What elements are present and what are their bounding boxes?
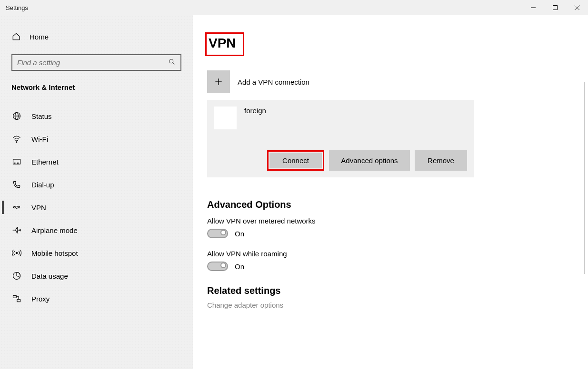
scrollbar[interactable] — [584, 82, 585, 274]
connect-highlight: Connect — [267, 150, 324, 171]
sidebar-section-title: Network & Internet — [11, 83, 181, 91]
sidebar-home[interactable]: Home — [11, 29, 181, 44]
sidebar-item-label: Mobile hotspot — [31, 249, 78, 257]
airplane-icon — [11, 225, 22, 235]
minimize-button[interactable] — [522, 0, 544, 15]
main-content: VPN Add a VPN connection foreign Connect — [193, 15, 588, 369]
sidebar-item-hotspot[interactable]: Mobile hotspot — [0, 242, 193, 264]
svg-rect-20 — [17, 300, 20, 302]
sidebar-item-dialup[interactable]: Dial-up — [0, 173, 193, 196]
maximize-button[interactable] — [544, 0, 566, 15]
svg-point-9 — [16, 142, 17, 143]
search-box[interactable] — [11, 54, 181, 71]
wifi-icon — [11, 134, 22, 144]
svg-point-4 — [169, 59, 173, 63]
sidebar-item-label: Ethernet — [31, 158, 59, 166]
plus-icon — [207, 70, 230, 93]
metered-toggle[interactable] — [207, 229, 228, 238]
window-controls — [522, 0, 588, 15]
data-usage-icon — [11, 271, 22, 281]
page-title: VPN — [207, 34, 243, 55]
sidebar-item-label: Dial-up — [31, 181, 54, 189]
search-input[interactable] — [17, 58, 168, 67]
sidebar-item-vpn[interactable]: VPN — [0, 196, 193, 219]
connection-name: foreign — [244, 107, 266, 115]
home-icon — [11, 32, 21, 41]
sidebar-item-label: VPN — [31, 204, 46, 212]
add-vpn-row[interactable]: Add a VPN connection — [207, 70, 588, 93]
sidebar-home-label: Home — [30, 33, 49, 41]
change-adapter-link[interactable]: Change adapter options — [207, 301, 588, 309]
search-icon — [168, 58, 176, 67]
hotspot-icon — [11, 248, 22, 258]
sidebar-item-label: Status — [31, 112, 52, 120]
related-settings-heading: Related settings — [207, 285, 588, 296]
sidebar-item-wifi[interactable]: Wi-Fi — [0, 127, 193, 150]
window-title: Settings — [6, 4, 28, 11]
proxy-icon — [11, 294, 22, 303]
sidebar: Home Network & Internet Status — [0, 15, 193, 369]
advanced-options-heading: Advanced Options — [207, 199, 588, 210]
page-title-highlight: VPN — [205, 32, 244, 56]
vpn-icon — [11, 203, 22, 212]
vpn-connection-card[interactable]: foreign Connect Advanced options Remove — [207, 100, 474, 177]
svg-rect-19 — [13, 295, 17, 298]
ethernet-icon — [11, 157, 22, 166]
roaming-option-label: Allow VPN while roaming — [207, 250, 588, 258]
metered-toggle-state: On — [235, 230, 244, 238]
svg-line-5 — [173, 63, 175, 65]
advanced-options-button[interactable]: Advanced options — [329, 150, 410, 171]
connection-icon — [214, 107, 237, 129]
remove-button[interactable]: Remove — [415, 150, 467, 171]
sidebar-item-datausage[interactable]: Data usage — [0, 264, 193, 287]
svg-rect-1 — [553, 6, 558, 10]
sidebar-item-label: Data usage — [31, 272, 68, 280]
roaming-toggle[interactable] — [207, 262, 228, 271]
metered-option-label: Allow VPN over metered networks — [207, 217, 588, 225]
svg-rect-10 — [13, 159, 20, 164]
sidebar-item-proxy[interactable]: Proxy — [0, 287, 193, 310]
svg-point-17 — [16, 252, 17, 253]
roaming-toggle-state: On — [235, 262, 244, 271]
phone-icon — [11, 180, 22, 189]
svg-point-16 — [18, 206, 20, 208]
close-button[interactable] — [566, 0, 588, 15]
sidebar-item-label: Airplane mode — [31, 226, 78, 234]
globe-icon — [11, 111, 22, 121]
svg-point-15 — [13, 206, 15, 208]
add-vpn-label: Add a VPN connection — [238, 78, 309, 86]
connect-button[interactable]: Connect — [269, 153, 322, 168]
sidebar-item-status[interactable]: Status — [0, 105, 193, 127]
sidebar-item-label: Proxy — [31, 295, 50, 303]
sidebar-item-ethernet[interactable]: Ethernet — [0, 150, 193, 173]
sidebar-item-airplane[interactable]: Airplane mode — [0, 219, 193, 242]
sidebar-item-label: Wi-Fi — [31, 135, 48, 143]
